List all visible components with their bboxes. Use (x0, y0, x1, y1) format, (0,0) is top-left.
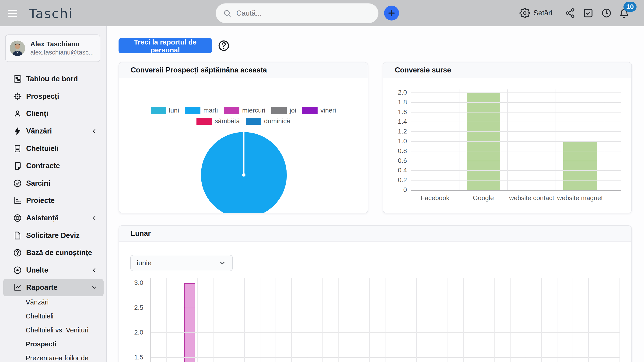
gridline-v (307, 278, 307, 362)
legend-item-marți[interactable]: marți (185, 107, 218, 114)
legend-item-vineri[interactable]: vineri (302, 107, 336, 114)
legend-swatch (185, 107, 200, 114)
check-circle-icon (13, 179, 22, 188)
question-circle-icon (218, 39, 230, 52)
gridline-h (411, 161, 621, 161)
personal-report-button[interactable]: Treci la raportul de personal (118, 38, 212, 53)
y-tick-label: 0.4 (383, 167, 407, 174)
y-tick-label: 3.0 (119, 279, 143, 287)
gridline-h (411, 131, 621, 132)
dashboard-icon (13, 75, 22, 83)
app-logo[interactable]: Taschi (29, 5, 73, 21)
gridline-h (411, 180, 621, 181)
gridline-h (411, 112, 621, 113)
hamburger-menu-icon[interactable] (8, 9, 18, 18)
card-title: Conversii Prospecți săptămâna aceasta (131, 66, 267, 74)
gridline-v (494, 278, 495, 362)
add-button[interactable] (384, 5, 399, 20)
sidebar-item-tablou-de-bord[interactable]: Tablou de bord (3, 70, 104, 88)
legend-item-luni[interactable]: luni (151, 107, 179, 114)
user-email: alex.taschianu@tasc... (30, 48, 94, 57)
search-input[interactable] (236, 9, 371, 18)
history-button[interactable] (601, 8, 612, 18)
gridline-h (411, 170, 621, 171)
person-icon (13, 109, 22, 118)
gridline-v (291, 278, 292, 362)
gridline-v (572, 278, 573, 362)
gear-icon (520, 8, 530, 18)
question-circle-icon (13, 248, 22, 257)
sidebar-subitem-rapoarte-prospecti[interactable]: Prospecți (3, 337, 104, 351)
sidebar-item-solicitare-deviz[interactable]: Solicitare Deviz (3, 227, 104, 244)
x-tick-label: website contact (508, 194, 556, 202)
card-header: Conversie surse (383, 62, 632, 78)
sidebar-item-prospecti[interactable]: Prospecți (3, 88, 104, 105)
gridline-v (557, 278, 558, 362)
gridline-v (588, 278, 589, 362)
settings-button[interactable]: Setări (520, 8, 552, 18)
avatar (10, 40, 25, 56)
gridline-v (526, 278, 526, 362)
sidebar-item-baza-de-cunostinte[interactable]: Bază de cunoștințe (3, 244, 104, 262)
legend-item-miercuri[interactable]: miercuri (224, 107, 266, 114)
gridline-v (354, 278, 354, 362)
card-source-conversions: Conversie surse 2.01.81.61.41.21.00.80.6… (383, 62, 632, 213)
user-name: Alex Taschianu (30, 40, 94, 49)
gridline-v (620, 278, 620, 362)
gridline-v (463, 278, 464, 362)
gridline-h (411, 92, 621, 93)
lifebuoy-icon (13, 214, 22, 222)
topbar: Taschi Setări 10 (0, 0, 644, 26)
gridline-v (213, 278, 214, 362)
chevron-down-icon (90, 284, 98, 291)
sidebar-subitem-rapoarte-vanzari[interactable]: Vânzări (3, 295, 104, 309)
sidebar-subitem-rapoarte-cheltuieli[interactable]: Cheltuieli (3, 309, 104, 323)
y-tick-label: 0 (383, 186, 407, 193)
sidebar-item-asistenta[interactable]: Asistență (3, 209, 104, 227)
gridline-v (507, 89, 508, 190)
sidebar-subitem-rapoarte-prezentarea-foilor-de[interactable]: Prezentarea foilor de (3, 351, 104, 362)
share-button[interactable] (565, 8, 576, 18)
gridline-v (244, 278, 245, 362)
chevron-left-icon (90, 214, 98, 222)
bolt-icon (13, 127, 22, 136)
legend-swatch (196, 118, 212, 125)
sidebar-item-vanzari[interactable]: Vânzări (3, 123, 104, 140)
help-button[interactable] (218, 39, 230, 52)
gridline-v (401, 278, 401, 362)
main-content: Treci la raportul de personal Conversii … (107, 26, 644, 362)
sidebar-subitem-rapoarte-cheltuieli-vs-venituri[interactable]: Cheltuieli vs. Venituri (3, 323, 104, 337)
legend-item-sâmbătă[interactable]: sâmbătă (196, 117, 240, 125)
sidebar-item-cheltuieli[interactable]: Cheltuieli (3, 140, 104, 157)
x-tick-label: website magnet (556, 194, 604, 202)
gridline-v (556, 89, 556, 190)
x-axis (411, 190, 621, 190)
card-monthly: Lunar iunie 3.02.52.01.5 (118, 225, 632, 362)
check-square-icon (583, 8, 594, 18)
sidebar-item-sarcini[interactable]: Sarcini (3, 175, 104, 192)
legend-item-duminică[interactable]: duminică (246, 117, 290, 125)
legend-item-joi[interactable]: joi (271, 107, 296, 114)
gridline-v (260, 278, 260, 362)
sidebar-item-unelte[interactable]: Unelte (3, 262, 104, 279)
chevron-left-icon (90, 266, 98, 274)
notification-count-badge: 10 (624, 2, 636, 12)
sidebar-item-proiecte[interactable]: Proiecte (3, 192, 104, 209)
sidebar-item-contracte[interactable]: Contracte (3, 157, 104, 175)
sidebar-item-clienti[interactable]: Clienți (3, 105, 104, 123)
y-tick-label: 0.6 (383, 157, 407, 165)
gridline-v (541, 278, 542, 362)
y-tick-label: 1.6 (383, 108, 407, 116)
tasks-button[interactable] (583, 8, 594, 18)
pie-legend: luni marți miercuri joi vineri sâmbătă d… (127, 107, 360, 125)
sidebar-item-rapoarte[interactable]: Rapoarte (3, 279, 104, 296)
document-icon (13, 144, 22, 153)
card-title: Conversie surse (395, 66, 451, 74)
user-profile-card[interactable]: Alex Taschianu alex.taschianu@tasc... (5, 34, 100, 62)
gridline-v (448, 278, 448, 362)
weekly-chart-body: luni marți miercuri joi vineri sâmbătă d… (119, 78, 368, 213)
clock-icon (601, 8, 612, 18)
card-title: Lunar (131, 229, 151, 238)
y-tick-label: 0.8 (383, 147, 407, 155)
bar-chart-icon (13, 196, 22, 205)
